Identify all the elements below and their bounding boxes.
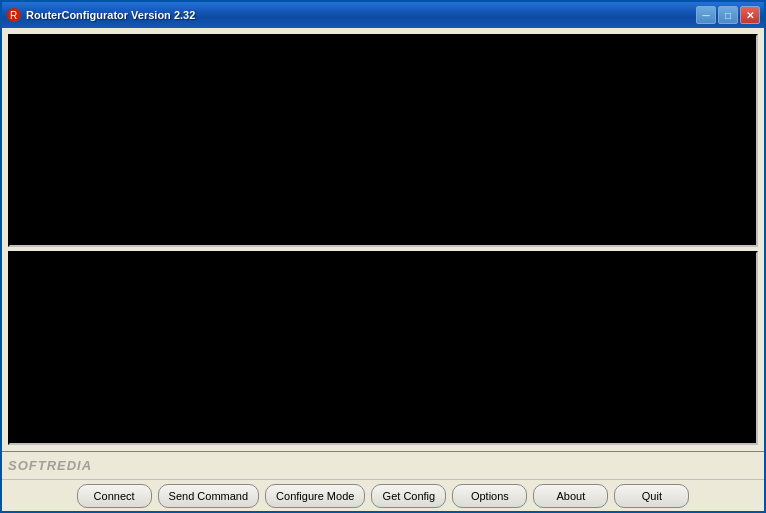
options-button[interactable]: Options [452, 484, 527, 508]
quit-button[interactable]: Quit [614, 484, 689, 508]
bottom-display-area [8, 251, 758, 445]
top-display-area [8, 34, 758, 247]
svg-text:R: R [10, 10, 17, 21]
title-buttons: ─ □ ✕ [696, 6, 760, 24]
status-bar: SOFTREDIA [2, 451, 764, 479]
send-command-button[interactable]: Send Command [158, 484, 260, 508]
main-window: R RouterConfigurator Version 2.32 ─ □ ✕ … [0, 0, 766, 513]
title-bar-left: R RouterConfigurator Version 2.32 [6, 7, 195, 23]
status-text: SOFTREDIA [8, 458, 92, 473]
app-icon: R [6, 7, 22, 23]
configure-mode-button[interactable]: Configure Mode [265, 484, 365, 508]
close-button[interactable]: ✕ [740, 6, 760, 24]
title-bar: R RouterConfigurator Version 2.32 ─ □ ✕ [2, 2, 764, 28]
about-button[interactable]: About [533, 484, 608, 508]
button-bar: Connect Send Command Configure Mode Get … [2, 479, 764, 511]
connect-button[interactable]: Connect [77, 484, 152, 508]
restore-button[interactable]: □ [718, 6, 738, 24]
get-config-button[interactable]: Get Config [371, 484, 446, 508]
minimize-button[interactable]: ─ [696, 6, 716, 24]
window-title: RouterConfigurator Version 2.32 [26, 9, 195, 21]
window-body [2, 28, 764, 451]
